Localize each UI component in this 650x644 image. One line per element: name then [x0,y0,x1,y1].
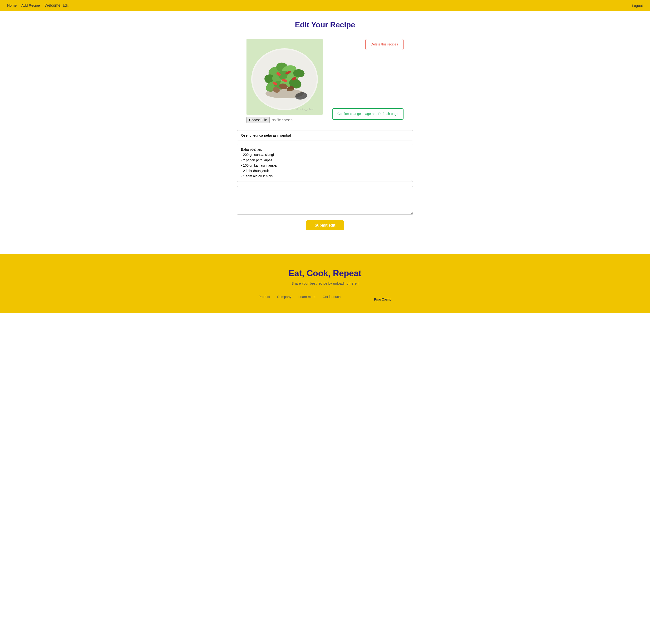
recipe-image: © recipe_kuliner [247,39,323,115]
footer-link-contact[interactable]: Get in touch [323,295,341,299]
choose-file-button[interactable]: Choose File [247,117,269,123]
side-col: Delete this recipe? Confirm change image… [332,39,403,120]
submit-edit-button[interactable]: Submit edit [306,220,344,230]
file-input-row: Choose File No file chosen [247,117,292,123]
image-col: © recipe_kuliner Choose File No file cho… [247,39,323,123]
logout-button[interactable]: Logout [632,4,643,8]
delete-recipe-button[interactable]: Delete this recipe? [365,39,403,50]
form-section: Submit edit [237,130,413,230]
footer: Eat, Cook, Repeat Share your best recipe… [0,254,650,313]
navbar: Home Add Recipe Welcome, adi. Logout [0,0,650,11]
footer-brand: PijarCamp [374,297,392,301]
footer-subtitle: Share your best recipe by uploading here… [5,281,645,285]
footer-link-product[interactable]: Product [258,295,270,299]
footer-links: Product Company Learn more Get in touch [258,295,340,299]
nav-home[interactable]: Home [7,3,17,8]
footer-title: Eat, Cook, Repeat [5,269,645,279]
footer-link-company[interactable]: Company [277,295,291,299]
nav-add-recipe[interactable]: Add Recipe [22,3,40,8]
page-title: Edit Your Recipe [216,21,434,29]
image-row: © recipe_kuliner Choose File No file cho… [216,39,434,123]
nav-welcome: Welcome, adi. [45,3,69,8]
footer-bottom-row: Product Company Learn more Get in touch … [5,295,645,303]
main-content: Edit Your Recipe [211,11,439,240]
nav-links: Home Add Recipe Welcome, adi. [7,3,627,8]
steps-textarea[interactable] [237,186,413,215]
recipe-name-input[interactable] [237,130,413,140]
svg-text:© recipe_kuliner: © recipe_kuliner [296,108,314,111]
no-file-text: No file chosen [272,118,293,122]
footer-link-learn[interactable]: Learn more [298,295,316,299]
confirm-image-button[interactable]: Confirm change image and Refresh page [332,108,403,120]
ingredients-textarea[interactable] [237,144,413,182]
